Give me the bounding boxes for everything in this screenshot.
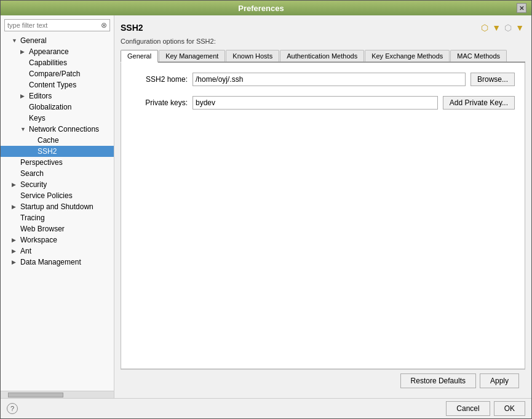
expand-icon: ▶ — [20, 49, 29, 55]
browse-button[interactable]: Browse... — [470, 73, 515, 86]
nav-icons: ⬡ ▼ ⬡ ▼ — [480, 22, 525, 34]
forward-button[interactable]: ⬡ — [503, 22, 513, 34]
sidebar-item-label: Cache — [38, 136, 59, 145]
sidebar-item-label: Network Connections — [29, 125, 99, 134]
bottom-bar: Restore Defaults Apply — [121, 369, 525, 392]
sidebar-item-label: Web Browser — [20, 225, 65, 233]
sidebar-item-label: Editors — [29, 92, 52, 100]
private-keys-input[interactable] — [193, 96, 438, 110]
ssh2-home-input[interactable] — [193, 73, 466, 86]
sidebar-item-ssh2[interactable]: SSH2 — [1, 146, 114, 157]
sidebar-item-label: General — [20, 36, 47, 45]
sidebar-item-capabilities[interactable]: Capabilities — [1, 57, 114, 68]
cancel-button[interactable]: Cancel — [446, 401, 490, 416]
sidebar-item-label: Search — [20, 169, 44, 178]
footer-bar: ? Cancel OK — [1, 398, 531, 418]
expand-icon: ▶ — [12, 237, 20, 243]
sidebar-item-editors[interactable]: ▶ Editors — [1, 90, 114, 102]
expand-icon: ▶ — [12, 204, 20, 210]
sidebar: ⊗ ▼ General ▶ Appearance Capabilities — [1, 15, 114, 398]
close-button[interactable]: ✕ — [517, 3, 526, 13]
sidebar-item-network-connections[interactable]: ▼ Network Connections — [1, 124, 114, 135]
tab-key-exchange-methods[interactable]: Key Exchange Methods — [365, 50, 450, 62]
sidebar-item-label: Globalization — [29, 103, 71, 111]
back-dropdown[interactable]: ▼ — [491, 22, 502, 34]
panel-title: SSH2 — [121, 23, 143, 33]
expand-icon — [20, 60, 29, 66]
panel-subtitle: Configuration options for SSH2: — [121, 38, 525, 45]
back-button[interactable]: ⬡ — [480, 22, 490, 34]
sidebar-item-web-browser[interactable]: Web Browser — [1, 223, 114, 234]
sidebar-item-cache[interactable]: Cache — [1, 135, 114, 146]
sidebar-scrollbar[interactable] — [1, 391, 114, 398]
sidebar-item-security[interactable]: ▶ Security — [1, 179, 114, 190]
sidebar-item-label: Workspace — [20, 236, 57, 244]
sidebar-item-label: Content Types — [29, 81, 76, 89]
tab-auth-methods[interactable]: Authentication Methods — [280, 50, 364, 62]
expand-icon: ▼ — [12, 38, 20, 44]
sidebar-item-search[interactable]: Search — [1, 168, 114, 179]
tree: ▼ General ▶ Appearance Capabilities Comp… — [1, 35, 114, 391]
sidebar-item-data-management[interactable]: ▶ Data Management — [1, 257, 114, 268]
expand-icon — [12, 159, 20, 166]
sidebar-item-startup-shutdown[interactable]: ▶ Startup and Shutdown — [1, 201, 114, 212]
help-button[interactable]: ? — [7, 403, 18, 414]
forward-dropdown[interactable]: ▼ — [514, 22, 525, 34]
expand-icon — [12, 215, 20, 221]
expand-icon — [20, 115, 29, 121]
main-content: ⊗ ▼ General ▶ Appearance Capabilities — [1, 15, 531, 398]
sidebar-item-perspectives[interactable]: Perspectives — [1, 157, 114, 168]
expand-icon: ▶ — [20, 93, 29, 99]
expand-icon: ▶ — [12, 259, 20, 265]
sidebar-item-content-types[interactable]: Content Types — [1, 79, 114, 90]
tab-known-hosts[interactable]: Known Hosts — [226, 50, 279, 62]
filter-input[interactable] — [7, 22, 101, 29]
sidebar-item-globalization[interactable]: Globalization — [1, 102, 114, 113]
sidebar-item-workspace[interactable]: ▶ Workspace — [1, 234, 114, 245]
expand-icon: ▼ — [20, 126, 29, 132]
sidebar-item-label: Compare/Patch — [29, 70, 80, 78]
expand-icon — [20, 71, 29, 77]
sidebar-item-label: SSH2 — [38, 147, 57, 156]
expand-icon — [12, 170, 20, 177]
sidebar-item-label: Perspectives — [20, 158, 63, 167]
preferences-window: Preferences ✕ ⊗ ▼ General ▶ Appearance — [0, 0, 532, 419]
filter-box[interactable]: ⊗ — [4, 19, 110, 31]
sidebar-item-tracing[interactable]: Tracing — [1, 212, 114, 223]
sidebar-item-appearance[interactable]: ▶ Appearance — [1, 46, 114, 57]
right-panel: SSH2 ⬡ ▼ ⬡ ▼ Configuration options for S… — [114, 15, 531, 398]
tab-mac-methods[interactable]: MAC Methods — [450, 50, 507, 62]
apply-button[interactable]: Apply — [480, 373, 519, 388]
expand-icon — [20, 104, 29, 110]
private-keys-label: Private keys: — [131, 98, 193, 107]
sidebar-item-ant[interactable]: ▶ Ant — [1, 245, 114, 257]
sidebar-item-label: Data Management — [20, 258, 81, 266]
sidebar-item-keys[interactable]: Keys — [1, 113, 114, 124]
expand-icon — [29, 137, 38, 143]
expand-icon — [29, 148, 38, 154]
clear-filter-icon[interactable]: ⊗ — [101, 21, 107, 30]
expand-icon: ▶ — [12, 182, 20, 188]
private-keys-row: Private keys: Add Private Key... — [131, 96, 515, 110]
restore-defaults-button[interactable]: Restore Defaults — [400, 373, 476, 388]
sidebar-item-compare-patch[interactable]: Compare/Patch — [1, 68, 114, 79]
sidebar-item-label: Appearance — [29, 47, 69, 56]
add-private-key-button[interactable]: Add Private Key... — [443, 96, 515, 110]
window-title: Preferences — [6, 4, 517, 13]
ssh2-home-row: SSH2 home: Browse... — [131, 73, 515, 86]
expand-icon — [20, 82, 29, 88]
expand-icon — [12, 193, 20, 199]
tab-general[interactable]: General — [121, 50, 158, 63]
sidebar-item-label: Startup and Shutdown — [20, 202, 93, 211]
tabs-container: General Key Management Known Hosts Authe… — [121, 50, 525, 63]
sidebar-item-label: Capabilities — [29, 58, 67, 67]
tab-key-management[interactable]: Key Management — [159, 50, 225, 62]
sidebar-item-label: Tracing — [20, 213, 45, 222]
ssh2-home-label: SSH2 home: — [131, 75, 193, 84]
ok-button[interactable]: OK — [494, 401, 525, 416]
sidebar-item-label: Keys — [29, 114, 46, 122]
scrollbar-thumb[interactable] — [8, 393, 63, 397]
title-bar: Preferences ✕ — [1, 1, 531, 15]
sidebar-item-service-policies[interactable]: Service Policies — [1, 190, 114, 201]
sidebar-item-general[interactable]: ▼ General — [1, 35, 114, 46]
